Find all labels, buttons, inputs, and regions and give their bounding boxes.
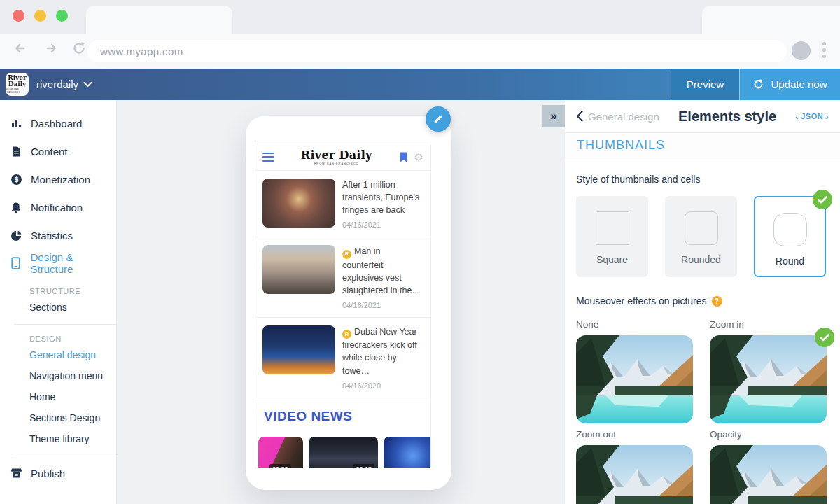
svg-text:$: $ [14, 176, 19, 183]
sidebar-item-label: Design & Structure [31, 251, 116, 275]
update-now-button[interactable]: Update now [739, 69, 840, 100]
forward-icon[interactable] [42, 40, 59, 57]
settings-panel: General design Elements style ‹ JSON › T… [565, 100, 840, 504]
mouseover-effects-label: Mouseover effects on pictures [576, 295, 707, 307]
square-shape [596, 211, 629, 245]
article-row[interactable]: After 1 million transients, Europe's fri… [255, 171, 430, 237]
video-thumbnail[interactable]: 00:32 [258, 437, 303, 468]
effect-label: None [576, 319, 693, 330]
thumbnail-style-options: Square Rounded Round [576, 196, 829, 277]
masthead-title: River Daily [301, 150, 372, 161]
sidebar-item-general-design[interactable]: General design [0, 344, 116, 365]
close-window-button[interactable] [13, 10, 24, 22]
phone-icon [10, 257, 22, 270]
article-date: 04/16/2021 [342, 301, 424, 309]
sidebar-item-theme-library[interactable]: Theme library [0, 428, 116, 449]
back-label: General design [588, 111, 659, 122]
effect-label: Zoom in [710, 319, 827, 330]
thumb-style-label: Style of thumbnails and cells [576, 174, 829, 185]
sidebar-item-home[interactable]: Home [0, 386, 116, 407]
back-icon[interactable] [13, 40, 29, 57]
article-thumbnail [262, 326, 335, 374]
effect-option-none[interactable]: None [576, 314, 693, 424]
chevron-left-icon: ‹ [795, 111, 799, 122]
update-now-label: Update now [771, 78, 827, 90]
bell-icon [10, 202, 22, 214]
effect-label: Zoom out [576, 429, 693, 440]
article-row[interactable]: RDubai New Year firecrackers kick off wh… [255, 318, 430, 398]
video-thumbnail[interactable] [384, 437, 430, 468]
thumb-style-label: Square [596, 254, 628, 265]
preview-button[interactable]: Preview [671, 69, 739, 100]
article-thumbnail [262, 245, 335, 294]
thumb-style-rounded[interactable]: Rounded [665, 196, 737, 277]
effect-label: Opacity [710, 429, 827, 440]
round-shape [774, 213, 807, 246]
pencil-icon [433, 113, 444, 125]
back-to-general-design[interactable]: General design [576, 111, 659, 122]
sidebar-item-label: Monetization [31, 174, 90, 186]
source-badge: R [342, 250, 351, 259]
effect-preview-image [710, 335, 827, 424]
reload-icon[interactable] [71, 41, 87, 56]
minimize-window-button[interactable] [34, 10, 46, 22]
sidebar-item-publish[interactable]: Publish [0, 459, 116, 487]
divider [14, 456, 116, 456]
address-bar[interactable]: www.myapp.com [88, 40, 787, 62]
effect-preview-image [710, 445, 827, 504]
divider [14, 324, 116, 325]
help-icon[interactable]: ? [712, 296, 722, 307]
app-header: River Daily FROM SAN FRANCISCO riverdail… [0, 69, 840, 100]
sidebar-item-statistics[interactable]: Statistics [0, 221, 116, 249]
article-date: 04/16/2021 [342, 220, 424, 229]
sidebar: Dashboard Content $ Monetization Notific… [0, 100, 117, 504]
video-carousel[interactable]: 00:32 00:15 [258, 437, 430, 468]
sidebar-section-structure: STRUCTURE [29, 287, 116, 295]
thumb-style-round[interactable]: Round [754, 196, 826, 277]
sidebar-item-navigation-menu[interactable]: Navigation menu [0, 365, 116, 386]
json-toggle[interactable]: ‹ JSON › [795, 111, 829, 122]
preview-canvas: » River Daily FROM SAN FRANCISCO [117, 100, 565, 504]
sidebar-item-design-structure[interactable]: Design & Structure [0, 249, 116, 277]
sidebar-item-monetization[interactable]: $ Monetization [0, 165, 116, 193]
collapse-panel-button[interactable]: » [542, 105, 565, 127]
sidebar-item-dashboard[interactable]: Dashboard [0, 109, 116, 137]
phone-mockup: River Daily FROM SAN FRANCISCO ⚙ After 1… [246, 115, 451, 490]
app-name[interactable]: riverdaily [36, 78, 78, 90]
pie-chart-icon [10, 230, 22, 241]
maximize-window-button[interactable] [56, 10, 68, 22]
store-icon [10, 468, 22, 479]
article-date: 04/16/2020 [342, 382, 424, 390]
sidebar-item-notification[interactable]: Notification [0, 193, 116, 221]
video-thumbnail[interactable]: 00:15 [309, 437, 378, 468]
sidebar-item-content[interactable]: Content [0, 137, 116, 165]
gear-icon[interactable]: ⚙ [414, 151, 424, 164]
chevron-down-icon[interactable] [83, 81, 92, 88]
video-duration: 00:32 [270, 464, 291, 468]
browser-tab-secondary[interactable] [702, 6, 840, 34]
panel-body: Style of thumbnails and cells Square Rou… [565, 158, 840, 504]
sidebar-item-sections-design[interactable]: Sections Design [0, 407, 116, 428]
edit-button[interactable] [426, 106, 451, 132]
refresh-icon [752, 78, 764, 90]
thumb-style-square[interactable]: Square [576, 196, 648, 277]
browser-tab-strip [0, 0, 840, 34]
article-title: After 1 million transients, Europe's fri… [342, 178, 424, 216]
hamburger-menu-icon[interactable] [262, 153, 274, 162]
effect-option-opacity[interactable]: Opacity [710, 424, 827, 504]
browser-tab-active[interactable] [86, 6, 232, 34]
sidebar-item-label: Publish [31, 468, 65, 479]
phone-masthead: River Daily FROM SAN FRANCISCO [274, 150, 399, 165]
bookmark-icon[interactable] [399, 152, 408, 163]
panel-header: General design Elements style ‹ JSON › [565, 100, 840, 133]
sidebar-item-sections[interactable]: Sections [0, 297, 116, 318]
article-row[interactable]: RMan in counterfeit explosives vest slau… [255, 237, 430, 318]
browser-menu-icon[interactable] [821, 41, 827, 59]
browser-avatar[interactable] [792, 41, 811, 60]
app-logo[interactable]: River Daily FROM SAN FRANCISCO [6, 73, 29, 96]
phone-app-header: River Daily FROM SAN FRANCISCO ⚙ [255, 144, 430, 171]
effect-option-zoom-out[interactable]: Zoom out [576, 424, 693, 504]
article-thumbnail [262, 178, 335, 227]
source-badge: R [342, 330, 351, 339]
effect-option-zoom-in[interactable]: Zoom in [710, 314, 827, 424]
